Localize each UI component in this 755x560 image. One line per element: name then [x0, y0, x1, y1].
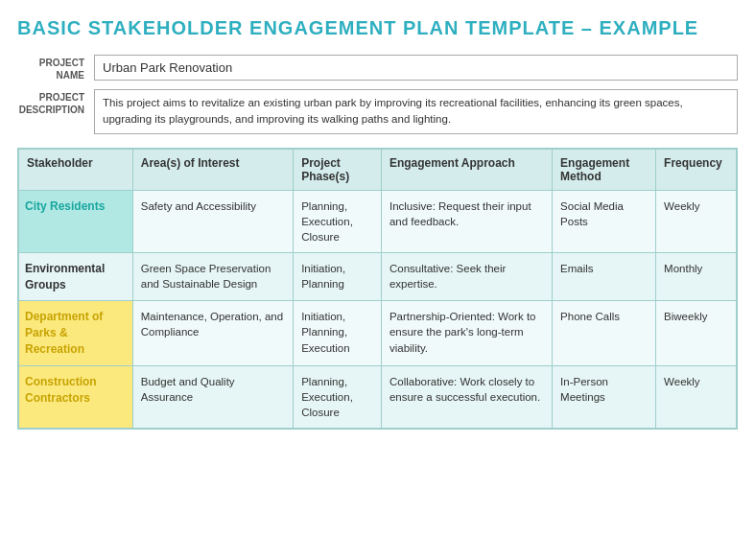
engagement-approach: Collaborative: Work closely to ensure a … — [381, 365, 552, 428]
area-of-interest: Budget and Quality Assurance — [132, 365, 293, 428]
stakeholder-name: Department of Parks & Recreation — [19, 301, 133, 365]
project-name-label: PROJECT NAME — [17, 55, 94, 82]
engagement-approach: Inclusive: Request their input and feedb… — [381, 190, 552, 252]
table-row: Environmental GroupsGreen Space Preserva… — [19, 252, 737, 301]
engagement-method: In-Person Meetings — [553, 365, 656, 428]
project-phases: Initiation, Planning — [294, 252, 382, 301]
table-body: City ResidentsSafety and AccessibilityPl… — [19, 190, 737, 429]
engagement-method: Phone Calls — [553, 301, 656, 365]
project-desc-value: This project aims to revitalize an exist… — [94, 89, 738, 134]
engagement-method: Social Media Posts — [553, 190, 656, 252]
area-of-interest: Maintenance, Operation, and Compliance — [132, 301, 293, 365]
stakeholder-name: Environmental Groups — [19, 252, 133, 301]
frequency: Weekly — [656, 190, 737, 252]
engagement-approach: Consultative: Seek their expertise. — [381, 252, 552, 301]
col-header-approach: Engagement Approach — [381, 149, 552, 190]
stakeholder-name: Construction Contractors — [19, 365, 133, 428]
col-header-phase: Project Phase(s) — [294, 149, 382, 190]
area-of-interest: Green Space Preservation and Sustainable… — [132, 252, 293, 301]
stakeholder-name: City Residents — [19, 190, 133, 252]
engagement-method: Emails — [553, 252, 656, 301]
table-row: Construction ContractorsBudget and Quali… — [19, 365, 737, 428]
stakeholder-table: Stakeholder Area(s) of Interest Project … — [18, 149, 737, 430]
col-header-method: Engagement Method — [553, 149, 656, 190]
stakeholder-table-wrapper: Stakeholder Area(s) of Interest Project … — [17, 148, 738, 431]
area-of-interest: Safety and Accessibility — [132, 190, 293, 252]
frequency: Weekly — [656, 365, 737, 428]
table-row: City ResidentsSafety and AccessibilityPl… — [19, 190, 737, 252]
project-name-value: Urban Park Renovation — [94, 55, 738, 81]
table-row: Department of Parks & RecreationMaintena… — [19, 301, 737, 365]
project-phases: Planning, Execution, Closure — [294, 190, 382, 252]
engagement-approach: Partnership-Oriented: Work to ensure the… — [381, 301, 552, 365]
project-name-row: PROJECT NAME Urban Park Renovation — [17, 55, 738, 82]
frequency: Biweekly — [656, 301, 737, 365]
col-header-stakeholder: Stakeholder — [19, 149, 133, 190]
project-desc-row: PROJECT DESCRIPTION This project aims to… — [17, 89, 738, 134]
col-header-freq: Frequency — [656, 149, 737, 190]
page-title: BASIC STAKEHOLDER ENGAGEMENT PLAN TEMPLA… — [17, 17, 738, 39]
table-header: Stakeholder Area(s) of Interest Project … — [19, 149, 737, 190]
col-header-area: Area(s) of Interest — [132, 149, 293, 190]
project-desc-label: PROJECT DESCRIPTION — [17, 89, 94, 116]
frequency: Monthly — [656, 252, 737, 301]
project-phases: Initiation, Planning, Execution — [294, 301, 382, 365]
project-phases: Planning, Execution, Closure — [294, 365, 382, 428]
